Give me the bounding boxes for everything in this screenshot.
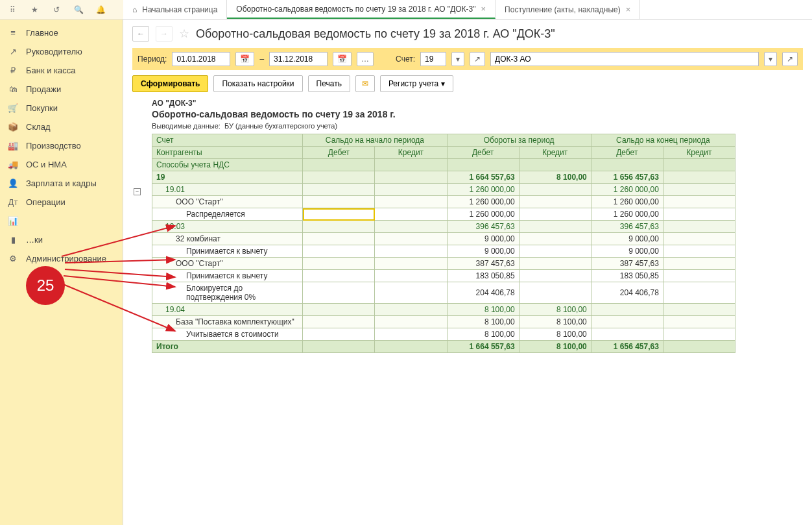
close-icon[interactable]: × [626, 5, 631, 14]
sidebar-label: Банк и касса [26, 66, 76, 75]
sidebar-icon: 👤 [8, 178, 18, 188]
sidebar-icon: ▮ [8, 235, 18, 245]
tab-label: Поступление (акты, накладные) [505, 5, 621, 14]
forward-button[interactable]: → [156, 26, 173, 42]
tree-toggle[interactable]: − [134, 188, 141, 195]
filter-bar: Период: 📅 – 📅 … Счет: ▾ ↗ ▾ ↗ [132, 48, 803, 70]
email-button[interactable]: ✉ [355, 75, 375, 92]
table-row[interactable]: 19.011 260 000,001 260 000,00 [152, 184, 735, 196]
page-title: Оборотно-сальдовая ведомость по счету 19… [196, 27, 555, 41]
table-row[interactable]: 19.048 100,008 100,00 [152, 304, 735, 316]
col-account: Счет [152, 134, 303, 147]
date-to-input[interactable] [269, 52, 328, 66]
sidebar-label: Операции [26, 197, 66, 207]
back-button[interactable]: ← [132, 26, 149, 42]
apps-icon[interactable]: ⠿ [6, 4, 18, 16]
sidebar-label: …ки [26, 235, 43, 245]
favorite-icon[interactable]: ☆ [179, 27, 189, 41]
sidebar-icon: ⚙ [8, 254, 18, 263]
account-dropdown-icon[interactable]: ▾ [451, 52, 464, 66]
sidebar-item[interactable]: ▮…ки [0, 230, 123, 249]
sidebar-item[interactable]: 📊 [0, 212, 123, 230]
table-row[interactable]: ООО "Старт"387 457,63387 457,63 [152, 258, 735, 270]
table-row[interactable]: Принимается к вычету9 000,009 000,00 [152, 245, 735, 258]
sidebar-label: Покупки [26, 103, 58, 113]
tab-label: Оборотно-сальдовая ведомость по счету 19… [236, 5, 475, 14]
home-icon: ⌂ [132, 5, 137, 14]
sidebar-item[interactable]: ⚙Администрирование [0, 249, 123, 268]
sidebar-label: Производство [26, 141, 81, 151]
bell-icon[interactable]: 🔔 [95, 4, 106, 16]
sidebar-item[interactable]: ₽Банк и касса [0, 61, 123, 80]
close-icon[interactable]: × [481, 4, 486, 14]
table-row[interactable]: Учитывается в стоимости8 100,008 100,00 [152, 328, 735, 341]
report-table: Счет Сальдо на начало периода Обороты за… [152, 134, 735, 353]
date-from-input[interactable] [172, 52, 230, 66]
register-button[interactable]: Регистр учета ▾ [380, 75, 453, 92]
sidebar-label: Руководителю [26, 47, 82, 56]
sidebar-item[interactable]: 🛍Продажи [0, 80, 123, 99]
step-badge: 25 [26, 266, 65, 305]
org-open-icon[interactable]: ↗ [782, 52, 798, 66]
table-row[interactable]: 32 комбинат9 000,009 000,00 [152, 233, 735, 245]
period-label: Период: [137, 55, 167, 64]
report-org: АО "ДОК-3" [152, 99, 803, 108]
sidebar-label: Главное [26, 28, 58, 38]
report-note: Выводимые данные: БУ (данные бухгалтерск… [152, 122, 803, 130]
sidebar-icon: 📦 [8, 122, 18, 132]
show-settings-button[interactable]: Показать настройки [213, 75, 302, 92]
account-label: Счет: [396, 55, 415, 64]
search-icon[interactable]: 🔍 [73, 4, 84, 16]
dash: – [259, 55, 264, 64]
sidebar-label: Администрирование [26, 254, 106, 263]
tab-label: Начальная страница [142, 5, 217, 14]
org-input[interactable] [490, 52, 759, 66]
sidebar-item[interactable]: 🚚ОС и НМА [0, 155, 123, 174]
print-button[interactable]: Печать [308, 75, 350, 92]
sidebar-label: Зарплата и кадры [26, 178, 97, 188]
sidebar-icon: 📊 [8, 216, 18, 226]
sidebar-item[interactable]: ↗Руководителю [0, 42, 123, 61]
account-input[interactable] [420, 52, 446, 66]
history-icon[interactable]: ↺ [51, 4, 62, 16]
calendar-to-icon[interactable]: 📅 [333, 52, 352, 66]
table-row[interactable]: 191 664 557,638 100,001 656 457,63 [152, 171, 735, 184]
sidebar-label: Склад [26, 122, 51, 132]
tab[interactable]: Оборотно-сальдовая ведомость по счету 19… [227, 0, 496, 19]
calendar-from-icon[interactable]: 📅 [235, 52, 254, 66]
sidebar-icon: ₽ [8, 66, 18, 75]
table-row[interactable]: 19.03396 457,63396 457,63 [152, 221, 735, 233]
sidebar-item[interactable]: 🛒Покупки [0, 99, 123, 117]
star-icon[interactable]: ★ [29, 4, 40, 16]
sidebar-label: ОС и НМА [26, 160, 67, 169]
sidebar-item[interactable]: 👤Зарплата и кадры [0, 174, 123, 193]
sidebar-icon: ↗ [8, 47, 18, 56]
sidebar-item[interactable]: ≡Главное [0, 23, 123, 42]
tab[interactable]: ⌂Начальная страница [123, 0, 227, 19]
sidebar-icon: 🛒 [8, 103, 18, 113]
table-row[interactable]: Принимается к вычету183 050,85183 050,85 [152, 270, 735, 282]
sidebar-icon: 🛍 [8, 84, 18, 94]
sidebar-icon: 🏭 [8, 141, 18, 151]
col-group-end: Сальдо на конец периода [591, 134, 735, 147]
org-dropdown-icon[interactable]: ▾ [764, 52, 777, 66]
table-row[interactable]: Блокируется до подтверждения 0%204 406,7… [152, 282, 735, 304]
account-open-icon[interactable]: ↗ [470, 52, 485, 66]
table-row[interactable]: ООО "Старт"1 260 000,001 260 000,00 [152, 196, 735, 208]
col-vat-method: Способы учета НДС [152, 159, 303, 171]
report-title: Оборотно-сальдовая ведомость по счету 19… [152, 109, 803, 119]
col-group-turn: Обороты за период [447, 134, 591, 147]
table-row[interactable]: Распределяется1 260 000,001 260 000,00 [152, 208, 735, 221]
table-row[interactable]: База "Поставка комплектующих"8 100,008 1… [152, 316, 735, 328]
form-button[interactable]: Сформировать [132, 75, 208, 92]
col-contragents: Контрагенты [152, 147, 303, 159]
table-total-row: Итого1 664 557,638 100,001 656 457,63 [152, 341, 735, 353]
sidebar-item[interactable]: 🏭Производство [0, 136, 123, 155]
sidebar-icon: 🚚 [8, 160, 18, 169]
sidebar-item[interactable]: 📦Склад [0, 117, 123, 136]
sidebar-item[interactable]: ДтОперации [0, 193, 123, 212]
col-group-start: Сальдо на начало периода [303, 134, 447, 147]
sidebar-icon: Дт [8, 197, 18, 207]
period-picker-button[interactable]: … [357, 52, 374, 66]
tab[interactable]: Поступление (акты, накладные)× [496, 0, 640, 19]
